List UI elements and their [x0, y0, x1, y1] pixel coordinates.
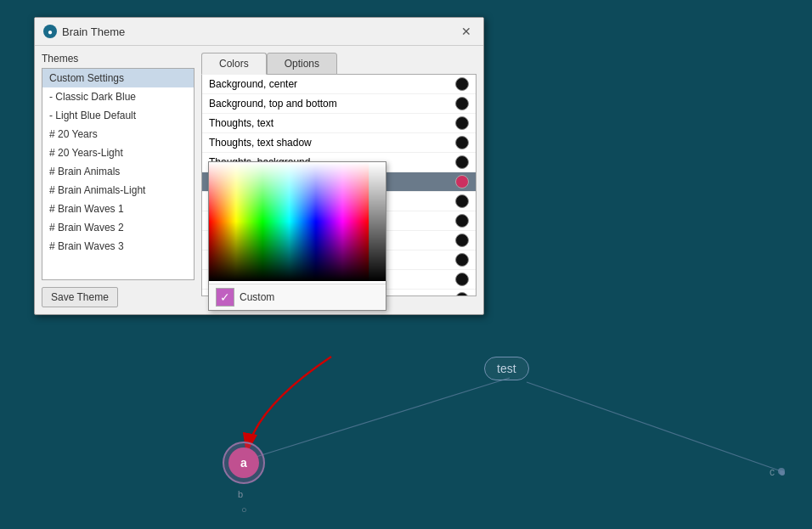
theme-item-8[interactable]: # Brain Waves 2: [42, 218, 194, 237]
color-swatch-8: [455, 234, 469, 247]
themes-list-inner: Custom Settings- Classic Dark Blue- Ligh…: [42, 69, 194, 256]
theme-item-1[interactable]: - Classic Dark Blue: [42, 87, 194, 106]
color-swatch-9: [455, 253, 469, 267]
save-theme-button[interactable]: Save Theme: [42, 287, 118, 307]
color-swatch-2: [455, 116, 469, 130]
color-picker-popup[interactable]: ✓ Custom: [208, 161, 386, 311]
theme-item-5[interactable]: # Brain Animals: [42, 162, 194, 181]
themes-panel: Themes Custom Settings- Classic Dark Blu…: [42, 53, 195, 307]
color-row-3[interactable]: Thoughts, text shadow: [202, 133, 476, 153]
color-swatch-3: [455, 136, 469, 149]
node-c-label: c: [770, 466, 775, 478]
color-swatch-6: [455, 194, 469, 208]
theme-item-2[interactable]: - Light Blue Default: [42, 106, 194, 125]
svg-line-1: [527, 382, 781, 471]
dialog-title: Brain Theme: [62, 25, 125, 38]
theme-item-4[interactable]: # 20 Years-Light: [42, 144, 194, 162]
node-a-label: a: [240, 456, 247, 470]
color-label-2: Thoughts, text: [209, 117, 273, 129]
node-c[interactable]: c: [770, 465, 785, 478]
color-swatch-11: [455, 292, 469, 295]
color-swatch-5: [455, 175, 469, 189]
node-test[interactable]: test: [484, 357, 529, 380]
tabs-header: Colors Options: [201, 53, 476, 75]
color-row-1[interactable]: Background, top and bottom: [202, 94, 476, 114]
custom-check-icon[interactable]: ✓: [216, 288, 234, 307]
themes-list[interactable]: Custom Settings- Classic Dark Blue- Ligh…: [42, 68, 195, 280]
color-swatch-7: [455, 214, 469, 228]
color-swatch-1: [455, 97, 469, 110]
theme-item-7[interactable]: # Brain Waves 1: [42, 200, 194, 218]
color-gradient-canvas[interactable]: [209, 162, 386, 281]
node-b-dot: ○: [241, 504, 247, 515]
test-node-label: test: [497, 362, 516, 375]
close-button[interactable]: ✕: [458, 23, 475, 40]
color-label-0: Background, center: [209, 78, 297, 90]
color-row-0[interactable]: Background, center: [202, 75, 476, 94]
color-row-2[interactable]: Thoughts, text: [202, 114, 476, 133]
node-a[interactable]: a b ○: [223, 442, 265, 484]
theme-item-3[interactable]: # 20 Years: [42, 125, 194, 144]
color-label-3: Thoughts, text shadow: [209, 137, 312, 149]
color-picker-bottom: ✓ Custom: [209, 284, 386, 310]
color-label-1: Background, top and bottom: [209, 98, 337, 110]
custom-label: Custom: [240, 291, 274, 303]
node-b-label: b: [238, 489, 243, 499]
themes-label: Themes: [42, 53, 195, 65]
svg-line-0: [251, 378, 510, 459]
tab-options[interactable]: Options: [267, 53, 337, 75]
theme-item-6[interactable]: # Brain Animals-Light: [42, 181, 194, 200]
title-left: ● Brain Theme: [43, 25, 125, 38]
dialog-titlebar: ● Brain Theme ✕: [35, 18, 483, 46]
brain-icon: ●: [43, 25, 57, 38]
theme-item-9[interactable]: # Brain Waves 3: [42, 237, 194, 256]
color-swatch-4: [455, 155, 469, 169]
theme-item-0[interactable]: Custom Settings: [42, 69, 194, 87]
color-swatch-10: [455, 273, 469, 286]
tab-colors[interactable]: Colors: [201, 53, 267, 75]
color-swatch-0: [455, 77, 469, 91]
